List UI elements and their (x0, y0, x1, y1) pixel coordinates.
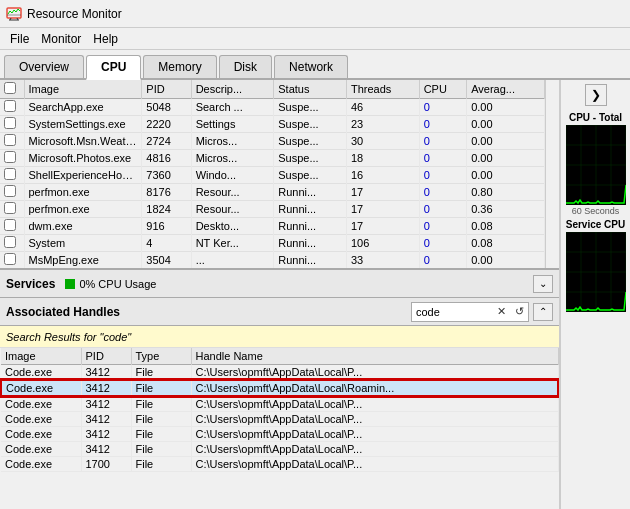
expand-right-btn[interactable]: ❯ (585, 84, 607, 106)
row-image: MsMpEng.exe (24, 252, 142, 269)
search-clear-btn[interactable]: ✕ (492, 303, 510, 321)
table-row[interactable]: SearchApp.exe 5048 Search ... Suspe... 4… (0, 99, 545, 116)
handle-pid: 3412 (81, 427, 131, 442)
row-threads: 23 (346, 116, 419, 133)
list-item[interactable]: Code.exe 3412 File C:\Users\opmft\AppDat… (1, 442, 558, 457)
row-checkbox[interactable] (0, 99, 24, 116)
row-threads: 17 (346, 201, 419, 218)
col-pid[interactable]: PID (142, 80, 191, 99)
table-row[interactable]: SystemSettings.exe 2220 Settings Suspe..… (0, 116, 545, 133)
row-image: Microsoft.Msn.Weather.exe (24, 133, 142, 150)
col-handle-pid[interactable]: PID (81, 348, 131, 365)
tab-disk[interactable]: Disk (219, 55, 272, 78)
col-threads[interactable]: Threads (346, 80, 419, 99)
table-row[interactable]: Microsoft.Msn.Weather.exe 2724 Micros...… (0, 133, 545, 150)
row-image: System (24, 235, 142, 252)
col-image[interactable]: Image (24, 80, 142, 99)
row-desc: Search ... (191, 99, 274, 116)
row-checkbox[interactable] (0, 201, 24, 218)
table-row[interactable]: perfmon.exe 8176 Resour... Runni... 17 0… (0, 184, 545, 201)
tab-network[interactable]: Network (274, 55, 348, 78)
row-desc: Micros... (191, 150, 274, 167)
search-input[interactable] (412, 303, 492, 321)
row-pid: 2220 (142, 116, 191, 133)
col-handle-name[interactable]: Handle Name (191, 348, 558, 365)
col-status[interactable]: Status (274, 80, 347, 99)
handle-pid: 3412 (81, 380, 131, 396)
list-item[interactable]: Code.exe 1700 File C:\Users\opmft\AppDat… (1, 457, 558, 472)
tab-overview[interactable]: Overview (4, 55, 84, 78)
row-status: Runni... (274, 201, 347, 218)
col-descrip[interactable]: Descrip... (191, 80, 274, 99)
row-pid: 2724 (142, 133, 191, 150)
table-row[interactable]: ShellExperienceHost.exe 7360 Windo... Su… (0, 167, 545, 184)
handle-pid: 1700 (81, 457, 131, 472)
list-item[interactable]: Code.exe 3412 File C:\Users\opmft\AppDat… (1, 427, 558, 442)
row-threads: 106 (346, 235, 419, 252)
row-threads: 30 (346, 133, 419, 150)
row-desc: ... (191, 252, 274, 269)
col-cpu[interactable]: CPU (419, 80, 466, 99)
row-status: Suspe... (274, 167, 347, 184)
col-handle-image[interactable]: Image (1, 348, 81, 365)
list-item[interactable]: Code.exe 3412 File C:\Users\opmft\AppDat… (1, 396, 558, 412)
row-threads: 46 (346, 99, 419, 116)
row-cpu: 0 (419, 116, 466, 133)
col-handle-type[interactable]: Type (131, 348, 191, 365)
row-status: Suspe... (274, 116, 347, 133)
table-row[interactable]: System 4 NT Ker... Runni... 106 0 0.08 (0, 235, 545, 252)
table-row[interactable]: dwm.exe 916 Deskto... Runni... 17 0 0.08 (0, 218, 545, 235)
row-checkbox[interactable] (0, 252, 24, 269)
search-results-text: Search Results for "code" (6, 331, 131, 343)
list-item[interactable]: Code.exe 3412 File C:\Users\opmft\AppDat… (1, 380, 558, 396)
row-avg: 0.80 (467, 184, 545, 201)
menu-help[interactable]: Help (87, 31, 124, 47)
tab-cpu[interactable]: CPU (86, 55, 141, 80)
row-image: perfmon.exe (24, 201, 142, 218)
menu-bar: File Monitor Help (0, 28, 630, 50)
menu-monitor[interactable]: Monitor (35, 31, 87, 47)
col-avg[interactable]: Averag... (467, 80, 545, 99)
row-cpu: 0 (419, 99, 466, 116)
row-threads: 17 (346, 218, 419, 235)
row-checkbox[interactable] (0, 150, 24, 167)
handle-image: Code.exe (1, 442, 81, 457)
select-all-checkbox[interactable] (4, 82, 16, 94)
row-threads: 33 (346, 252, 419, 269)
table-row[interactable]: perfmon.exe 1824 Resour... Runni... 17 0… (0, 201, 545, 218)
menu-file[interactable]: File (4, 31, 35, 47)
services-expand-btn[interactable]: ⌄ (533, 275, 553, 293)
monitor-icon (6, 6, 22, 22)
handle-name: C:\Users\opmft\AppData\Local\P... (191, 442, 558, 457)
table-row[interactable]: MsMpEng.exe 3504 ... Runni... 33 0 0.00 (0, 252, 545, 269)
list-item[interactable]: Code.exe 3412 File C:\Users\opmft\AppDat… (1, 365, 558, 381)
list-item[interactable]: Code.exe 3412 File C:\Users\opmft\AppDat… (1, 412, 558, 427)
search-refresh-btn[interactable]: ↺ (510, 303, 528, 321)
row-checkbox[interactable] (0, 184, 24, 201)
row-checkbox[interactable] (0, 116, 24, 133)
row-status: Runni... (274, 235, 347, 252)
search-results-bar: Search Results for "code" (0, 326, 559, 348)
row-checkbox[interactable] (0, 133, 24, 150)
service-cpu-label: Service CPU (561, 217, 630, 232)
row-checkbox[interactable] (0, 167, 24, 184)
row-image: Microsoft.Photos.exe (24, 150, 142, 167)
col-checkbox (0, 80, 24, 99)
row-avg: 0.00 (467, 116, 545, 133)
row-cpu: 0 (419, 167, 466, 184)
row-cpu: 0 (419, 133, 466, 150)
right-panel: ❯ CPU - Total 60 Seconds Service CPU (560, 80, 630, 509)
row-cpu: 0 (419, 201, 466, 218)
row-checkbox[interactable] (0, 218, 24, 235)
row-threads: 18 (346, 150, 419, 167)
handle-name: C:\Users\opmft\AppData\Local\P... (191, 365, 558, 381)
table-row[interactable]: Microsoft.Photos.exe 4816 Micros... Susp… (0, 150, 545, 167)
row-pid: 1824 (142, 201, 191, 218)
row-cpu: 0 (419, 252, 466, 269)
handles-expand-btn[interactable]: ⌃ (533, 303, 553, 321)
row-cpu: 0 (419, 235, 466, 252)
tab-memory[interactable]: Memory (143, 55, 216, 78)
60-seconds-label: 60 Seconds (561, 205, 630, 217)
row-avg: 0.00 (467, 252, 545, 269)
row-checkbox[interactable] (0, 235, 24, 252)
